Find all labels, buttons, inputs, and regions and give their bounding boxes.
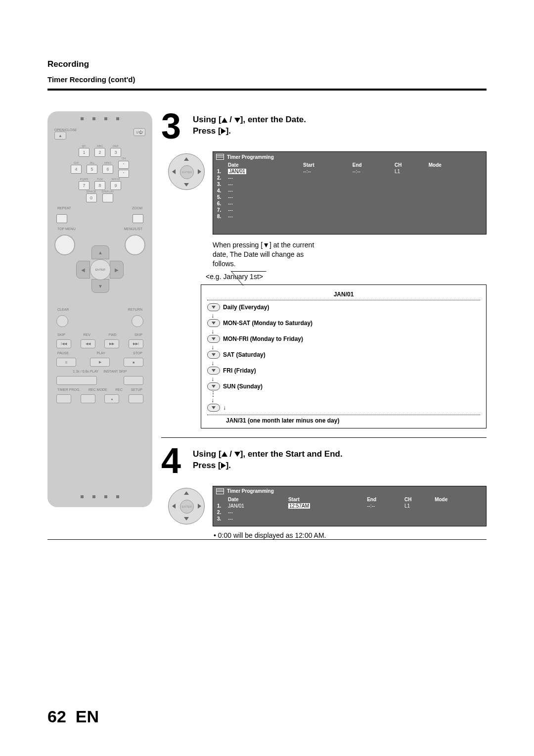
step-4-text: Using [ / ], enter the Start and End. Pr… (193, 449, 343, 476)
key-8: 8 (94, 181, 105, 190)
up-icon (222, 452, 227, 457)
open-close-label: OPEN/CLOSE (54, 128, 77, 132)
right-icon (221, 463, 226, 469)
clear-button (56, 315, 68, 327)
option-row: FRI (Friday) (207, 367, 480, 375)
dpad-mini-icon: ENTER (168, 153, 205, 190)
key-label: JKL (89, 161, 94, 164)
key-7: 7 (79, 181, 89, 190)
enter-button: ENTER (90, 259, 111, 280)
key-label: @!: (82, 144, 86, 147)
menu-list-button (125, 235, 145, 255)
key-label: ABC (97, 144, 103, 147)
date-options-box: JAN/01 Daily (Everyday)↓MON-SAT (Monday … (201, 284, 487, 428)
option-label: Daily (Everyday) (223, 304, 269, 311)
down-button-icon (207, 303, 220, 311)
down-button-icon (207, 351, 220, 359)
table-row: 2.--- (216, 175, 483, 181)
repeat-button (56, 214, 67, 223)
down-arrow-icon: ↓ (223, 404, 226, 411)
option-label: MON-FRI (Monday to Friday) (223, 335, 303, 342)
down-arrow-icon: ↓ (211, 397, 480, 404)
col-ch: CH (394, 162, 428, 168)
option-row: Daily (Everyday) (207, 303, 480, 311)
option-label: SUN (Sunday) (223, 383, 263, 390)
option-bottom: JAN/31 (one month later minus one day) (207, 415, 480, 424)
table-row: 3.--- (216, 181, 483, 188)
col-mode: Mode (428, 162, 483, 168)
remote-control-diagram: OPEN/CLOSE ▲ I/⏻ @!:1ABC2DEF3GHI4JKL5MNO… (47, 111, 152, 507)
osd-title: Timer Programming (227, 154, 274, 160)
dpad: ▲ ▼ ◀ ▶ ENTER (76, 245, 124, 293)
option-top: JAN/01 (207, 291, 480, 300)
key-label: MNO (104, 161, 111, 164)
date-note: When pressing [▼] at the current date, T… (213, 240, 326, 269)
key-2: 2 (94, 148, 105, 157)
table-row: 2.--- (216, 509, 483, 516)
key-label: GHI (74, 161, 79, 164)
down-icon (234, 452, 240, 457)
list-icon (216, 488, 224, 494)
repeat-label: REPEAT (57, 206, 71, 210)
down-arrow-icon: ↓ (211, 344, 480, 351)
section-heading: Recording (47, 59, 487, 69)
list-icon (216, 154, 224, 160)
timer-table-step4: DateStartEndCHMode 1.JAN/0112:57AM--:--L… (216, 496, 483, 522)
zoom-label: ZOOM (132, 206, 142, 210)
power-button: I/⏻ (134, 128, 145, 136)
table-row: 3.--- (216, 516, 483, 522)
option-label: FRI (Friday) (223, 367, 256, 374)
option-row: MON-SAT (Monday to Saturday) (207, 319, 480, 327)
timer-table-step3: DateStartEndCHMode 1.JAN/01--:----:--L12… (216, 162, 483, 220)
key-4: 4 (71, 165, 82, 174)
col-ch: CH (403, 496, 434, 503)
down-arrow-icon: ↓ (211, 360, 480, 367)
top-menu-label: TOP MENU (57, 227, 76, 231)
option-row: SAT (Saturday) (207, 351, 480, 359)
down-button-icon (207, 335, 220, 343)
zoom-button (133, 214, 143, 223)
ch-up: ˄ (118, 161, 129, 169)
col-date: Date (227, 496, 287, 503)
key-label: WXYZ (111, 178, 120, 181)
col-start: Start (287, 496, 366, 503)
osd-title: Timer Programming (227, 488, 274, 494)
down-icon (234, 118, 240, 123)
option-row: MON-FRI (Monday to Friday) (207, 335, 480, 343)
col-end: End (366, 496, 403, 503)
remote-column: OPEN/CLOSE ▲ I/⏻ @!:1ABC2DEF3GHI4JKL5MNO… (47, 111, 152, 539)
down-button-icon (207, 382, 220, 390)
table-row: 1.JAN/01--:----:--L1 (216, 168, 483, 175)
col-start: Start (302, 162, 352, 168)
key-0: 0 (86, 193, 97, 202)
key-label: DEF (113, 144, 119, 147)
down-arrow-icon: ↓ (211, 328, 480, 335)
option-label: MON-SAT (Monday to Saturday) (223, 320, 312, 327)
dpad-left: ◀ (76, 261, 90, 279)
key-1: 1 (79, 148, 89, 157)
right-icon (221, 128, 226, 134)
step-number-4: 4 (161, 446, 187, 476)
col-mode: Mode (434, 496, 483, 503)
option-label: SAT (Saturday) (223, 351, 266, 358)
step-3: 3 Using [ / ], enter the Date. Press []. (161, 111, 487, 142)
up-icon (222, 118, 227, 123)
return-label: RETURN (128, 308, 142, 311)
content-block: OPEN/CLOSE ▲ I/⏻ @!:1ABC2DEF3GHI4JKL5MNO… (47, 102, 487, 540)
key-9: 9 (110, 181, 121, 190)
table-row: 6.--- (216, 200, 483, 207)
step-number-3: 3 (161, 111, 187, 142)
down-button-icon (207, 404, 220, 412)
key-6: 6 (102, 165, 113, 174)
step-separator (161, 437, 487, 438)
table-row: 5.--- (216, 194, 483, 200)
clear-label: CLEAR (57, 308, 69, 311)
col-date: Date (227, 162, 302, 168)
dpad-right: ▶ (110, 261, 124, 279)
down-button-icon (207, 319, 220, 327)
step-4: 4 Using [ / ], enter the Start and End. … (161, 446, 487, 476)
table-row: 7.--- (216, 207, 483, 213)
down-arrow-icon: ↓ (211, 376, 480, 382)
col-end: End (352, 162, 394, 168)
option-row: SUN (Sunday) (207, 382, 480, 390)
